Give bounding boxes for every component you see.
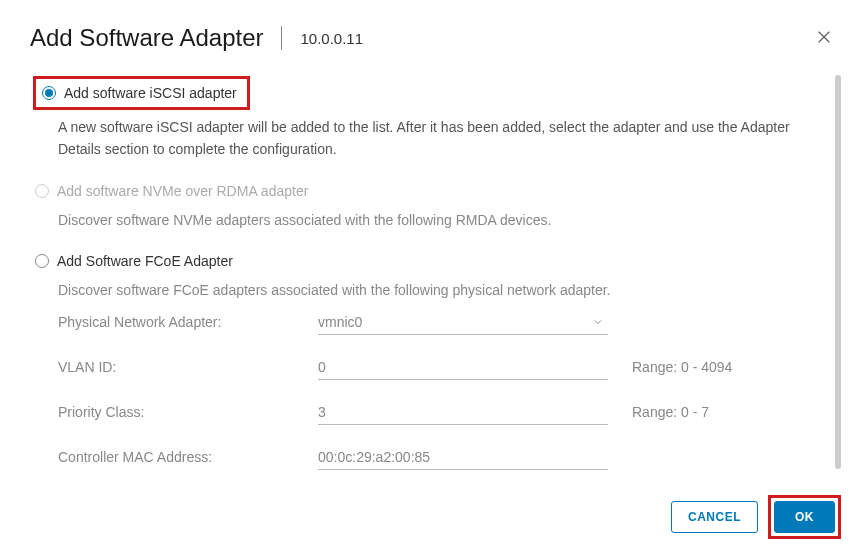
label-mac: Controller MAC Address: xyxy=(58,449,318,465)
radio-nvme-row: Add software NVMe over RDMA adapter xyxy=(35,183,821,199)
cancel-button[interactable]: CANCEL xyxy=(671,501,758,533)
host-ip: 10.0.0.11 xyxy=(300,30,363,47)
radio-iscsi-label: Add software iSCSI adapter xyxy=(64,85,237,101)
option-nvme: Add software NVMe over RDMA adapter Disc… xyxy=(35,183,821,231)
label-priority: Priority Class: xyxy=(58,404,318,420)
radio-fcoe-row[interactable]: Add Software FCoE Adapter xyxy=(35,253,821,269)
fcoe-form: Physical Network Adapter: VLAN ID: Range… xyxy=(58,310,821,470)
label-vlan-id: VLAN ID: xyxy=(58,359,318,375)
scrollbar-thumb[interactable] xyxy=(835,75,841,469)
ok-button-highlight: OK xyxy=(768,495,841,539)
header-divider xyxy=(281,26,282,50)
dialog-header: Add Software Adapter 10.0.0.11 xyxy=(0,0,861,66)
input-mac[interactable] xyxy=(318,445,608,470)
label-physical-adapter: Physical Network Adapter: xyxy=(58,314,318,330)
radio-iscsi[interactable] xyxy=(42,86,56,100)
radio-fcoe-label: Add Software FCoE Adapter xyxy=(57,253,233,269)
vlan-range-hint: Range: 0 - 4094 xyxy=(632,359,732,375)
input-vlan-id[interactable] xyxy=(318,355,608,380)
row-mac: Controller MAC Address: xyxy=(58,445,821,470)
radio-nvme xyxy=(35,184,49,198)
radio-iscsi-row[interactable]: Add software iSCSI adapter xyxy=(33,76,250,110)
iscsi-description: A new software iSCSI adapter will be add… xyxy=(58,116,821,161)
option-fcoe: Add Software FCoE Adapter Discover softw… xyxy=(35,253,821,469)
row-physical-adapter: Physical Network Adapter: xyxy=(58,310,821,335)
row-priority: Priority Class: Range: 0 - 7 xyxy=(58,400,821,425)
fcoe-description: Discover software FCoE adapters associat… xyxy=(58,279,821,301)
select-physical-adapter[interactable] xyxy=(318,310,608,335)
ok-button[interactable]: OK xyxy=(774,501,835,533)
close-icon xyxy=(815,33,833,49)
dialog-content: Add software iSCSI adapter A new softwar… xyxy=(0,66,861,470)
priority-range-hint: Range: 0 - 7 xyxy=(632,404,709,420)
dialog-title: Add Software Adapter xyxy=(30,24,263,52)
dialog-footer: CANCEL OK xyxy=(671,495,841,539)
option-iscsi: Add software iSCSI adapter A new softwar… xyxy=(35,76,821,161)
physical-adapter-value[interactable] xyxy=(318,310,608,335)
input-priority[interactable] xyxy=(318,400,608,425)
radio-nvme-label: Add software NVMe over RDMA adapter xyxy=(57,183,308,199)
close-button[interactable] xyxy=(815,28,835,48)
nvme-description: Discover software NVMe adapters associat… xyxy=(58,209,821,231)
row-vlan-id: VLAN ID: Range: 0 - 4094 xyxy=(58,355,821,380)
radio-fcoe[interactable] xyxy=(35,254,49,268)
